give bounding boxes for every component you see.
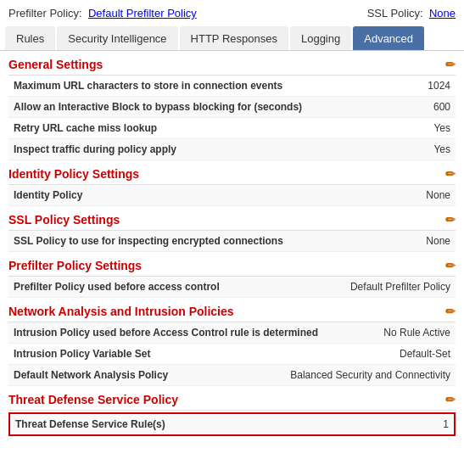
- general-settings-edit-icon[interactable]: ✏: [445, 58, 456, 71]
- setting-label: Prefilter Policy used before access cont…: [14, 281, 349, 293]
- identity-settings-edit-icon[interactable]: ✏: [445, 167, 456, 181]
- setting-row: Inspect traffic during policy apply Yes: [8, 139, 456, 160]
- setting-value: Yes: [349, 143, 450, 155]
- threat-defense-edit-icon[interactable]: ✏: [445, 393, 456, 406]
- setting-label: Allow an Interactive Block to bypass blo…: [14, 101, 349, 113]
- setting-row: Default Network Analysis Policy Balanced…: [8, 365, 456, 386]
- general-settings-title: General Settings: [8, 58, 103, 71]
- setting-value: 600: [349, 101, 450, 113]
- setting-value: Default Prefilter Policy: [349, 281, 450, 293]
- network-analysis-header: Network Analysis and Intrusion Policies …: [8, 298, 456, 322]
- setting-value: Yes: [349, 122, 450, 134]
- threat-defense-label: Threat Defense Service Rule(s): [15, 418, 347, 430]
- content-area: General Settings ✏ Maximum URL character…: [0, 51, 464, 445]
- threat-defense-service-row[interactable]: Threat Defense Service Rule(s) 1: [8, 412, 456, 436]
- setting-row: SSL Policy to use for inspecting encrypt…: [8, 231, 456, 252]
- threat-defense-header: Threat Defense Service Policy ✏: [8, 386, 456, 411]
- ssl-link[interactable]: None: [429, 7, 456, 20]
- threat-defense-title: Threat Defense Service Policy: [8, 393, 178, 406]
- setting-row: Prefilter Policy used before access cont…: [8, 277, 456, 298]
- setting-label: Intrusion Policy used before Access Cont…: [14, 327, 349, 339]
- setting-value: Balanced Security and Connectivity: [290, 369, 450, 381]
- ssl-settings-title: SSL Policy Settings: [8, 213, 120, 227]
- prefilter-link[interactable]: Default Prefilter Policy: [88, 7, 197, 20]
- prefilter-settings-header: Prefilter Policy Settings ✏: [8, 252, 456, 277]
- general-settings-header: General Settings ✏: [8, 51, 456, 76]
- ssl-settings-header: SSL Policy Settings ✏: [8, 206, 456, 231]
- ssl-label: SSL Policy:: [367, 7, 423, 20]
- setting-label: Default Network Analysis Policy: [14, 369, 290, 381]
- threat-defense-value: 1: [347, 418, 449, 430]
- tab-rules[interactable]: Rules: [5, 26, 55, 50]
- tab-logging[interactable]: Logging: [290, 26, 351, 50]
- prefilter-settings-title: Prefilter Policy Settings: [8, 259, 142, 272]
- setting-label: Maximum URL characters to store in conne…: [14, 80, 349, 92]
- setting-label: SSL Policy to use for inspecting encrypt…: [14, 235, 349, 247]
- setting-value: 1024: [349, 80, 450, 92]
- top-bar: Prefilter Policy: Default Prefilter Poli…: [0, 0, 464, 26]
- setting-row: Intrusion Policy Variable Set Default-Se…: [8, 344, 456, 365]
- identity-settings-title: Identity Policy Settings: [8, 167, 139, 181]
- setting-row: Maximum URL characters to store in conne…: [8, 76, 456, 97]
- tabs-bar: Rules Security Intelligence HTTP Respons…: [0, 26, 464, 51]
- identity-settings-header: Identity Policy Settings ✏: [8, 160, 456, 185]
- setting-value: None: [349, 235, 450, 247]
- setting-label: Retry URL cache miss lookup: [14, 122, 349, 134]
- setting-row: Allow an Interactive Block to bypass blo…: [8, 97, 456, 118]
- setting-label: Identity Policy: [14, 189, 349, 201]
- tab-http-responses[interactable]: HTTP Responses: [180, 26, 288, 50]
- tab-advanced[interactable]: Advanced: [353, 26, 424, 50]
- ssl-settings-edit-icon[interactable]: ✏: [445, 213, 456, 227]
- prefilter-settings-edit-icon[interactable]: ✏: [445, 259, 456, 272]
- setting-row: Intrusion Policy used before Access Cont…: [8, 322, 456, 344]
- setting-label: Inspect traffic during policy apply: [14, 143, 349, 155]
- network-analysis-title: Network Analysis and Intrusion Policies: [8, 305, 234, 318]
- setting-value: Default-Set: [349, 348, 450, 360]
- setting-value: None: [349, 189, 450, 201]
- setting-value: No Rule Active: [349, 327, 450, 339]
- setting-row: Retry URL cache miss lookup Yes: [8, 118, 456, 139]
- setting-row: Identity Policy None: [8, 185, 456, 206]
- tab-security-intelligence[interactable]: Security Intelligence: [57, 26, 177, 50]
- setting-label: Intrusion Policy Variable Set: [14, 348, 349, 360]
- network-analysis-edit-icon[interactable]: ✏: [445, 305, 456, 318]
- prefilter-label: Prefilter Policy:: [8, 7, 82, 20]
